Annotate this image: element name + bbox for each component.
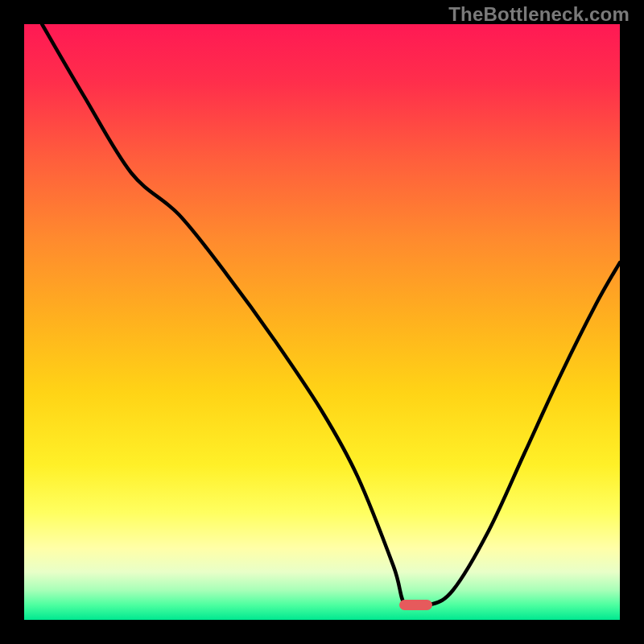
plot-area: [24, 24, 620, 620]
chart-frame: TheBottleneck.com: [0, 0, 644, 644]
optimal-marker: [399, 600, 432, 610]
watermark-text: TheBottleneck.com: [448, 3, 630, 26]
bottleneck-curve: [24, 24, 620, 620]
